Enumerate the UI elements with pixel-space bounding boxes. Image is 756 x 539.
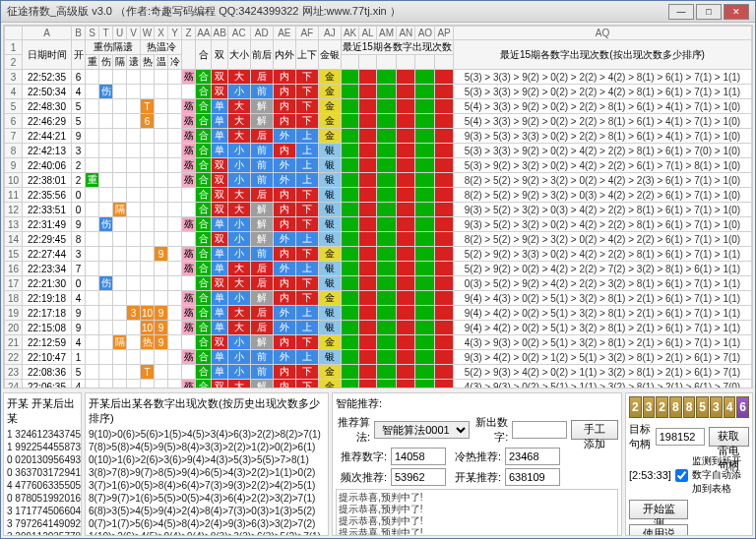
msg-row: 提示恭喜,预判中了! bbox=[339, 527, 615, 536]
label-rec: 推荐数字: bbox=[336, 449, 387, 464]
input-open[interactable] bbox=[505, 468, 560, 486]
label-cold: 冷热推荐: bbox=[450, 449, 501, 464]
panel3-header: 智能推荐: bbox=[336, 396, 618, 411]
panel2-header: 开某后出某各数字出现次数(按历史出现次数多少排序) bbox=[89, 396, 325, 426]
main-grid[interactable]: ABSTUVWXYZAAABACADAEAFAJAKALAMANAOAPAQ1日… bbox=[3, 25, 753, 389]
digit-display: 3 bbox=[710, 396, 723, 418]
btn-manual-add[interactable]: 手工添加 bbox=[571, 420, 618, 440]
msg-row: 提示恭喜,预判中了! bbox=[339, 504, 615, 515]
msg-row: 提示恭喜,预判中了! bbox=[339, 515, 615, 527]
message-log[interactable]: 提示恭喜,预判中了!提示恭喜,预判中了!提示恭喜,预判中了!提示恭喜,预判中了!… bbox=[336, 489, 618, 536]
freq-row: 6(8)>3(5)>4(5)>9(4)>2(4)>8(4)>7(3)>0(3)>… bbox=[89, 505, 325, 517]
freq-row: 8(7)>9(7)>1(6)>5(5)>0(5)>4(3)>6(4)>2(2)>… bbox=[89, 492, 325, 505]
freq-row: 3(7)>1(6)>0(5)>8(4)>6(4)>7(3)>9(3)>2(2)>… bbox=[89, 479, 325, 492]
close-button[interactable]: ✕ bbox=[724, 4, 749, 20]
label-freq: 频次推荐: bbox=[336, 470, 387, 485]
history-row: 0 0201309564931328... bbox=[7, 453, 78, 466]
panel-freq-history: 开某后出某各数字出现次数(按历史出现次数多少排序) 9(10)>0(6)>5(6… bbox=[85, 392, 329, 536]
digit-display: 8 bbox=[683, 396, 696, 418]
label-target: 目标句柄 bbox=[629, 422, 652, 451]
input-new-digit[interactable] bbox=[512, 421, 567, 439]
input-rec[interactable] bbox=[391, 448, 446, 465]
freq-row: 3(8)>7(8)>9(7)>8(5)>9(4)>6(5)>4(3)>2(2)>… bbox=[89, 466, 325, 479]
digit-display: 2 bbox=[629, 396, 642, 418]
btn-start-monitor[interactable]: 开始监测 bbox=[629, 500, 688, 519]
label-algo: 推荐算法: bbox=[336, 415, 370, 445]
label-new: 新出数字: bbox=[473, 415, 508, 445]
btn-get-handle[interactable]: 获取雷电句柄 bbox=[709, 427, 749, 447]
freq-row: 1(10)>2(6)>4(5)>0(4)>9(4)>8(3)>3(3)>6(3)… bbox=[89, 530, 325, 536]
freq-row: 7(8)>5(8)>4(5)>9(5)>8(4)>3(3)>2(2)>1(2)>… bbox=[89, 441, 325, 453]
chk-label: 监测到新开数字自动添加到表格 bbox=[692, 454, 749, 496]
freq-row: 9(10)>0(6)>5(6)>1(5)>4(5)>3(4)>6(3)>2(2)… bbox=[89, 428, 325, 441]
history-row: 0 8780519920169549... bbox=[7, 492, 78, 505]
timer-label: [2:53:33] bbox=[629, 469, 671, 481]
history-row: 3 2991120357780124... bbox=[7, 530, 78, 536]
history-row: 1 9922544558737753... bbox=[7, 441, 78, 453]
input-cold[interactable] bbox=[505, 448, 560, 465]
digit-display: 4 bbox=[724, 396, 736, 418]
label-open: 开某推荐: bbox=[450, 470, 501, 485]
input-target-handle[interactable] bbox=[656, 428, 705, 446]
digit-display: 6 bbox=[736, 396, 749, 418]
history-row: 3 7972641490925216... bbox=[7, 517, 78, 530]
msg-row: 提示恭喜,预判中了! bbox=[339, 492, 615, 504]
panel1-header: 开某 开某后出某 bbox=[7, 396, 78, 426]
panel-open-history: 开某 开某后出某 1 3246123437456343...1 99225445… bbox=[3, 392, 82, 536]
history-row: 3 1717745066044813... bbox=[7, 505, 78, 517]
digit-display: 3 bbox=[643, 396, 656, 418]
freq-row: 0(7)>1(7)>5(6)>4(5)>8(4)>2(4)>9(3)>6(3)>… bbox=[89, 517, 325, 530]
minimize-button[interactable]: — bbox=[668, 4, 694, 20]
history-row: 4 4776063355053129... bbox=[7, 479, 78, 492]
btn-help[interactable]: 使用说明帮助 bbox=[629, 524, 688, 536]
panel-recommend: 智能推荐: 推荐算法: 智能算法0001 新出数字: 手工添加 推荐数字: 冷热… bbox=[332, 392, 622, 536]
panel-monitor: 232885346 目标句柄 获取雷电句柄 [2:53:33] 监测到新开数字自… bbox=[625, 392, 753, 536]
history-row: 0 3637031729418760... bbox=[7, 466, 78, 479]
input-freq[interactable] bbox=[391, 468, 446, 486]
maximize-button[interactable]: □ bbox=[696, 4, 722, 20]
select-algo[interactable]: 智能算法0001 bbox=[374, 421, 470, 439]
chk-auto-add[interactable] bbox=[675, 469, 688, 482]
digit-display: 8 bbox=[669, 396, 682, 418]
digit-display: 5 bbox=[696, 396, 709, 418]
history-row: 1 3246123437456343... bbox=[7, 428, 78, 441]
window-title: 征途猜数_高级版 v3.0 （作者:奇趣写码编程 QQ:3424399322 网… bbox=[7, 4, 668, 19]
digit-display: 2 bbox=[656, 396, 668, 418]
freq-row: 0(10)>1(6)>2(6)>3(6)>9(4)>4(3)>5(3)>5(5)… bbox=[89, 453, 325, 466]
